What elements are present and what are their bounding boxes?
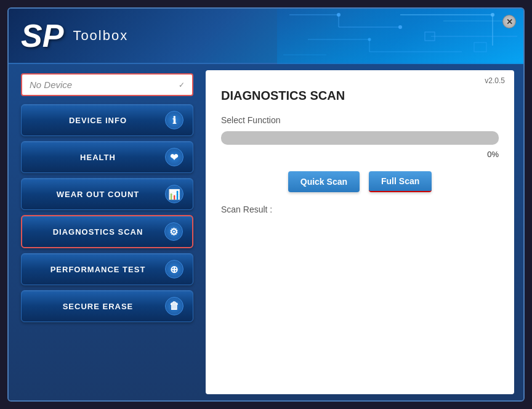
sidebar-item-label: SECURE ERASE: [31, 302, 165, 311]
panel-title: DIAGNOSTICS SCAN: [221, 89, 499, 103]
sidebar-item-secure-erase[interactable]: SECURE ERASE 🗑: [21, 290, 193, 322]
progress-bar-container: [221, 131, 499, 145]
health-icon: ❤: [165, 148, 183, 166]
circuit-svg: [277, 9, 523, 64]
app-window: SP Toolbox: [7, 7, 525, 402]
svg-point-12: [491, 13, 494, 17]
device-selector[interactable]: No Device ✓: [21, 73, 193, 96]
close-button[interactable]: ✕: [502, 15, 516, 28]
right-panel: v2.0.5 DIAGNOSTICS SCAN Select Function …: [206, 70, 514, 394]
sidebar-item-label: WEAR OUT COUNT: [31, 190, 165, 199]
full-scan-button[interactable]: Full Scan: [369, 171, 432, 192]
header-logo: SP Toolbox: [21, 20, 128, 52]
svg-point-4: [337, 13, 341, 17]
version-text: v2.0.5: [485, 76, 505, 85]
sidebar-item-device-info[interactable]: DEVICE INFO ℹ: [21, 104, 193, 136]
sidebar-item-label: DEVICE INFO: [31, 116, 165, 125]
scan-buttons: Quick Scan Full Scan: [221, 171, 499, 192]
chart-icon: 📊: [165, 185, 183, 203]
sidebar-item-health[interactable]: HEALTH ❤: [21, 141, 193, 173]
diagnostics-icon: ⚙: [164, 222, 183, 241]
sidebar-item-label: DIAGNOSTICS SCAN: [31, 227, 164, 237]
sidebar: No Device ✓ DEVICE INFO ℹ HEALTH ❤ WEAR …: [9, 64, 206, 400]
sidebar-item-label: PERFORMANCE TEST: [31, 265, 165, 274]
sidebar-item-diagnostics-scan[interactable]: DIAGNOSTICS SCAN ⚙: [21, 215, 193, 248]
header: SP Toolbox: [9, 9, 523, 64]
sidebar-item-performance-test[interactable]: PERFORMANCE TEST ⊕: [21, 253, 193, 285]
circuit-decoration: [277, 9, 523, 64]
main-content: No Device ✓ DEVICE INFO ℹ HEALTH ❤ WEAR …: [9, 64, 523, 400]
erase-icon: 🗑: [165, 297, 183, 315]
progress-percent: 0%: [221, 150, 499, 159]
device-selector-text: No Device: [30, 79, 72, 90]
sidebar-item-wear-out-count[interactable]: WEAR OUT COUNT 📊: [21, 178, 193, 210]
quick-scan-button[interactable]: Quick Scan: [288, 171, 360, 192]
svg-point-5: [398, 25, 402, 29]
scan-result-label: Scan Result :: [221, 204, 499, 214]
info-icon: ℹ: [165, 111, 183, 129]
performance-icon: ⊕: [165, 260, 183, 278]
sidebar-item-label: HEALTH: [31, 153, 165, 162]
select-function-label: Select Function: [221, 115, 499, 125]
logo-toolbox: Toolbox: [73, 28, 128, 44]
logo-sp: SP: [21, 20, 63, 52]
chevron-down-icon: ✓: [179, 81, 185, 89]
svg-point-9: [368, 38, 371, 41]
